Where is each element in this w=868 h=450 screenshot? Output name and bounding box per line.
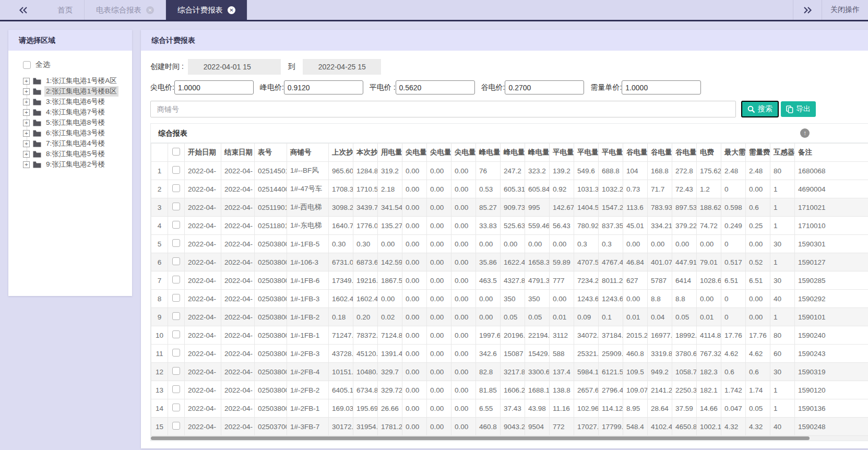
cell: 1031.3 [574, 180, 599, 198]
select-all-row[interactable]: 全选 [23, 60, 128, 69]
cell: 8.95 [623, 399, 648, 418]
cell: 1 [770, 399, 795, 418]
row-checkbox[interactable] [172, 404, 180, 411]
cell: 525.63 [501, 217, 525, 235]
scroll-tabs-right-icon[interactable] [793, 0, 822, 20]
cell: 8011.2 [599, 271, 623, 290]
column-header: 表号 [255, 144, 287, 162]
cell: 0.18 [329, 308, 353, 326]
column-header: 需量费 [746, 144, 770, 162]
cell: 1590101 [795, 308, 868, 326]
price-input-5[interactable] [622, 80, 701, 94]
tab-2[interactable]: 电表综合报表✕ [85, 0, 166, 20]
row-checkbox-cell [168, 217, 185, 235]
row-checkbox[interactable] [172, 276, 180, 283]
row-checkbox[interactable] [172, 257, 180, 265]
price-input-1[interactable] [174, 80, 254, 94]
cell: 2.48 [721, 162, 746, 180]
cell: 7124.8 [378, 326, 402, 345]
cell: 0.047 [721, 399, 746, 418]
tree-item-9[interactable]: +9:张江集电港2号楼 [23, 159, 128, 170]
cell: 3319.8 [648, 345, 672, 363]
tree-item-4[interactable]: +4:张江集电港7号楼 [23, 107, 128, 117]
tab-3[interactable]: 综合计费报表✕ [166, 0, 247, 20]
header-checkbox[interactable] [172, 148, 180, 156]
copy-export-icon [786, 105, 793, 113]
date-to-input[interactable]: 2022-04-25 15 [303, 59, 381, 75]
row-checkbox[interactable] [172, 330, 180, 338]
date-from-input[interactable]: 2022-04-01 15 [188, 59, 281, 75]
collapse-up-icon[interactable]: ↑ [800, 128, 810, 138]
close-operations-menu[interactable]: 关闭操作 [822, 0, 868, 20]
price-input-3[interactable] [396, 80, 475, 94]
cell: 1 [770, 180, 795, 198]
scrollbar-thumb[interactable] [151, 436, 810, 440]
tree-item-2[interactable]: +2:张江集电港1号楼B区 [23, 86, 128, 97]
scroll-tabs-left-icon[interactable] [0, 0, 46, 20]
row-number: 9 [151, 308, 168, 326]
cell: 0 [721, 235, 746, 253]
tree-item-5[interactable]: +5:张江集电港8号楼 [23, 117, 128, 128]
tree-item-3[interactable]: +3:张江集电港6号楼 [23, 97, 128, 107]
expand-icon[interactable]: + [23, 88, 30, 95]
cell: 1867.5 [378, 271, 402, 290]
cell: 460.8 [476, 418, 501, 436]
row-checkbox[interactable] [172, 349, 180, 357]
row-checkbox[interactable] [172, 184, 180, 192]
expand-icon[interactable]: + [23, 78, 30, 85]
cell: 7234.2 [574, 271, 599, 290]
expand-icon[interactable]: + [23, 151, 30, 158]
expand-icon[interactable]: + [23, 99, 30, 105]
tab-close-icon[interactable]: ✕ [146, 6, 154, 14]
cell: 6.55 [476, 399, 501, 418]
cell: 605.84 [525, 180, 550, 198]
row-checkbox[interactable] [172, 166, 180, 174]
row-checkbox-cell [168, 326, 185, 345]
row-checkbox[interactable] [172, 312, 180, 320]
cell: 1391.4 [378, 345, 402, 363]
row-checkbox[interactable] [172, 221, 180, 229]
cell: 0.598 [721, 198, 746, 217]
tab-close-icon[interactable]: ✕ [228, 6, 235, 14]
cell: 45.01 [623, 217, 648, 235]
expand-icon[interactable]: + [23, 161, 30, 168]
cell: 329.72 [378, 381, 402, 399]
cell: 137.4 [550, 363, 574, 381]
cell: 0.00 [378, 235, 402, 253]
cell: 767.32 [697, 345, 721, 363]
tree-item-6[interactable]: +6:张江集电港3号楼 [23, 128, 128, 138]
tree-item-1[interactable]: +1:张江集电港1号楼A区 [23, 76, 128, 86]
cell: 995 [525, 198, 550, 217]
folder-icon [33, 78, 41, 85]
expand-icon[interactable]: + [23, 140, 30, 147]
row-checkbox[interactable] [172, 367, 180, 375]
cell: 0.00 [672, 235, 697, 253]
cell: 0.00 [451, 381, 476, 399]
shop-number-input[interactable] [150, 101, 736, 117]
search-button[interactable]: 搜索 [741, 101, 779, 117]
export-button[interactable]: 导出 [781, 101, 816, 117]
price-input-4[interactable] [505, 80, 584, 94]
expand-icon[interactable]: + [23, 130, 30, 137]
cell: 0.01 [623, 308, 648, 326]
cell: 549.6 [574, 162, 599, 180]
table-row: 72022-04-2022-04-025038001#-1FB-617349.1… [151, 271, 868, 290]
tab-1[interactable]: 首页 [46, 0, 85, 20]
price-input-2[interactable] [284, 80, 363, 94]
cell: 0.04 [648, 308, 672, 326]
report-title: 综合报表 [158, 129, 187, 137]
row-checkbox[interactable] [172, 239, 180, 247]
row-checkbox[interactable] [172, 385, 180, 393]
tree-item-7[interactable]: +7:张江集电港4号楼 [23, 138, 128, 149]
folder-icon [33, 120, 41, 126]
tree-item-8[interactable]: +8:张江集电港5号楼 [23, 149, 128, 159]
expand-icon[interactable]: + [23, 120, 30, 126]
column-header: 平电量 [574, 144, 599, 162]
select-all-checkbox[interactable] [23, 61, 31, 69]
row-number: 6 [151, 253, 168, 271]
horizontal-scrollbar[interactable] [151, 436, 868, 441]
row-checkbox[interactable] [172, 422, 180, 430]
expand-icon[interactable]: + [23, 109, 30, 116]
row-checkbox[interactable] [172, 294, 180, 302]
row-checkbox[interactable] [172, 203, 180, 210]
